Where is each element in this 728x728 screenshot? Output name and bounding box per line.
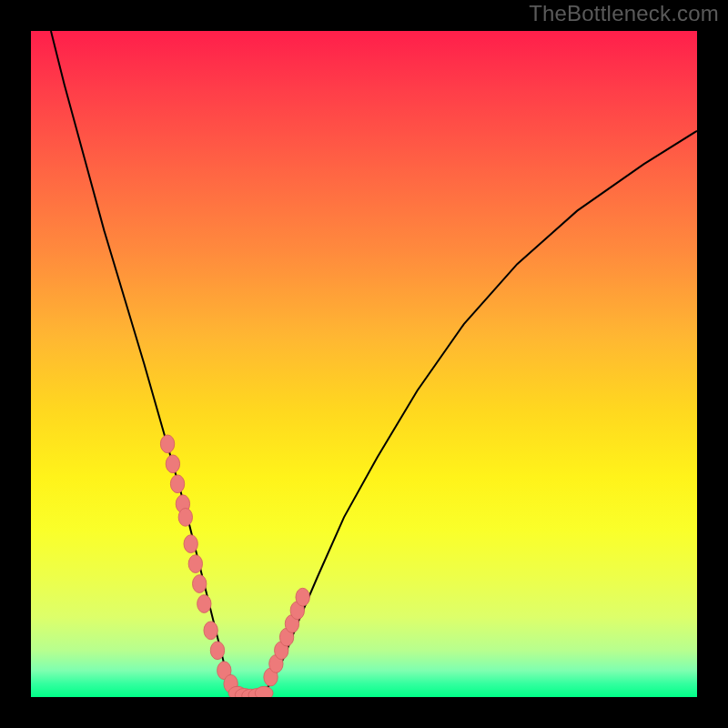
svg-point-8 (197, 595, 211, 613)
svg-point-9 (204, 622, 217, 640)
data-markers (160, 435, 309, 697)
svg-point-10 (210, 642, 224, 660)
bottleneck-curve (51, 31, 697, 697)
svg-point-5 (184, 535, 197, 553)
chart-frame: TheBottleneck.com (0, 0, 728, 728)
svg-point-1 (166, 455, 179, 473)
svg-point-0 (160, 435, 174, 453)
svg-point-24 (255, 686, 273, 697)
svg-point-19 (296, 588, 309, 606)
svg-point-2 (170, 475, 184, 493)
chart-svg (31, 31, 697, 697)
svg-point-7 (193, 575, 207, 593)
svg-point-4 (178, 508, 192, 526)
watermark-text: TheBottleneck.com (529, 1, 719, 26)
svg-point-6 (188, 555, 202, 573)
